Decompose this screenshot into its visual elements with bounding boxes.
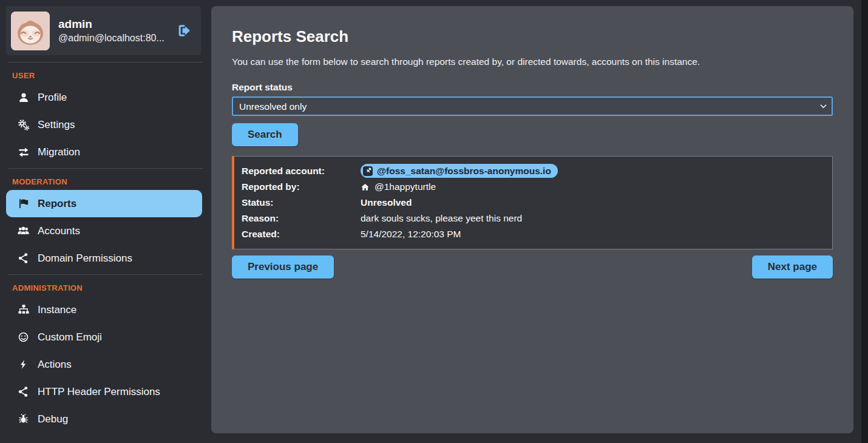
sidebar-item-profile[interactable]: Profile [0,84,211,111]
sidebar-item-label: Settings [38,119,75,131]
sidebar-item-domain-permissions[interactable]: Domain Permissions [0,245,211,272]
username: admin [58,17,166,32]
user-meta: admin @admin@localhost:80... [58,17,166,44]
share-nodes-icon [17,386,30,397]
transfer-arrows-icon [17,146,30,158]
scrollbar-track[interactable] [861,0,868,443]
sidebar-item-label: HTTP Header Permissions [38,386,160,398]
report-status-select-wrap: Unresolved only [232,96,833,116]
sidebar-divider [8,274,203,275]
report-row-status: Status: Unresolved [242,195,825,211]
report-status-select[interactable]: Unresolved only [232,96,833,116]
bug-icon [17,413,30,425]
sidebar-item-label: Domain Permissions [38,252,132,265]
sidebar-item-settings[interactable]: Settings [0,111,211,138]
external-link-icon [363,166,373,176]
sidebar-item-actions[interactable]: Actions [0,351,211,378]
page-description: You can use the form below to search thr… [232,56,833,68]
reporter-handle: @1happyturtle [375,179,436,195]
report-row-reason: Reason: dark souls sucks, please yeet th… [242,211,825,226]
sidebar-divider [8,168,203,169]
user-icon [17,92,30,104]
report-row-reported-by: Reported by: @1happyturtle [242,179,825,195]
sidebar-item-custom-emoji[interactable]: Custom Emoji [0,323,211,351]
report-row-created: Created: 5/14/2022, 12:20:03 PM [242,226,825,242]
reported-account-handle: @foss_satan@fossbros-anonymous.io [377,163,551,179]
share-nodes-icon [17,252,30,264]
sidebar-item-instance[interactable]: Instance [0,296,211,323]
sidebar-item-accounts[interactable]: Accounts [0,217,211,245]
page-title: Reports Search [232,27,833,46]
section-heading-moderation: MODERATION [12,177,211,186]
sidebar-item-debug[interactable]: Debug [0,405,211,433]
report-status-value: Unresolved [361,195,825,211]
sidebar-item-label: Actions [38,359,72,371]
sidebar: admin @admin@localhost:80... USER Profil… [0,0,211,443]
sidebar-divider [8,62,203,63]
gears-icon [17,119,30,131]
row-label: Reason: [242,211,361,226]
sidebar-item-reports[interactable]: Reports [6,190,202,217]
section-heading-user: USER [12,71,211,80]
report-reason-value: dark souls sucks, please yeet this nerd [361,211,825,226]
row-label: Reported account: [242,163,361,179]
logout-button[interactable] [175,22,194,39]
sitemap-icon [17,304,30,316]
sidebar-item-label: Profile [38,92,67,104]
row-label: Reported by: [242,179,361,195]
sidebar-item-label: Reports [38,198,76,210]
smiley-icon [17,331,30,343]
reported-account-link[interactable]: @foss_satan@fossbros-anonymous.io [361,164,558,178]
previous-page-button[interactable]: Previous page [232,255,334,279]
sidebar-item-label: Migration [38,146,80,158]
report-row-reported-account: Reported account: @foss_satan@fossbros-a… [242,163,825,179]
search-button[interactable]: Search [232,123,298,146]
sloth-avatar [11,12,50,50]
sidebar-item-label: Custom Emoji [38,331,102,343]
users-icon [17,225,30,237]
section-heading-administration: ADMINISTRATION [12,283,211,293]
sidebar-item-label: Accounts [38,225,80,237]
sidebar-item-migration[interactable]: Migration [0,138,211,166]
report-card: Reported account: @foss_satan@fossbros-a… [232,156,833,249]
user-handle: @admin@localhost:80... [58,32,166,44]
flag-icon [17,198,30,210]
report-created-value: 5/14/2022, 12:20:03 PM [361,226,825,242]
row-label: Created: [242,226,361,242]
row-value: @foss_satan@fossbros-anonymous.io [361,163,825,179]
bolt-icon [17,359,30,370]
report-status-label: Report status [232,81,833,93]
next-page-button[interactable]: Next page [752,255,833,279]
house-icon [361,183,370,192]
sign-out-icon [176,23,192,38]
main-panel: Reports Search You can use the form belo… [211,6,853,433]
pagination: Previous page Next page [232,255,833,279]
row-label: Status: [242,195,361,211]
sidebar-item-label: Instance [38,304,76,316]
user-card[interactable]: admin @admin@localhost:80... [6,6,201,55]
sidebar-item-label: Debug [38,413,68,425]
row-value: @1happyturtle [361,179,825,195]
sidebar-item-http-header-permissions[interactable]: HTTP Header Permissions [0,378,211,405]
